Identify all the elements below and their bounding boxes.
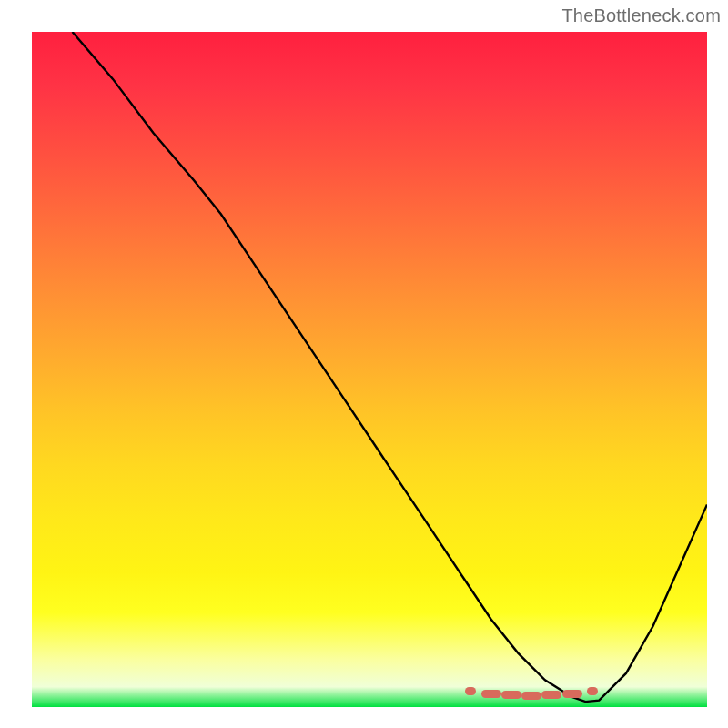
highlight-dot bbox=[587, 687, 598, 695]
plot-area bbox=[32, 32, 707, 707]
highlight-dot bbox=[481, 690, 501, 698]
highlight-dot bbox=[501, 691, 521, 699]
highlight-dot bbox=[562, 690, 582, 698]
highlight-dot bbox=[521, 692, 541, 700]
highlight-dots bbox=[32, 32, 707, 707]
highlight-dot bbox=[465, 687, 476, 695]
highlight-dot bbox=[541, 691, 561, 699]
watermark-text: TheBottleneck.com bbox=[561, 5, 721, 26]
